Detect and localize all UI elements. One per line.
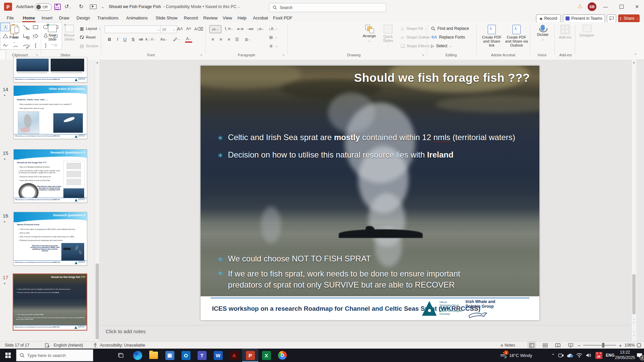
warning-icon[interactable]: ⚠ [578,3,582,9]
tab-slideshow[interactable]: Slide Show [155,13,178,22]
taskbar-word-icon[interactable]: W [210,349,226,362]
taskbar-chrome-icon[interactable] [274,349,290,362]
task-view-button[interactable] [113,349,129,362]
zoom-out-button[interactable]: − [578,342,581,349]
copy-button[interactable]: ⧉⌄ [25,36,35,40]
fit-slide-to-window-button[interactable] [637,342,641,349]
underline-button[interactable]: U [121,36,128,43]
reading-view-button[interactable] [553,342,562,349]
slide-title[interactable]: Should we fish forage fish ??? [354,71,530,84]
replace-fonts-button[interactable]: ⟲A Replace Fonts [431,35,465,40]
slide-sorter-view-button[interactable] [541,342,549,349]
tab-draw[interactable]: Draw [58,13,70,22]
close-button[interactable]: ✕ [629,0,644,13]
dictate-button[interactable]: Dictate⌄ [534,25,551,41]
account-avatar[interactable]: SB [588,2,596,11]
align-right-button[interactable]: ≡ [225,36,232,43]
font-size-combo[interactable]: 18⌄ [160,25,177,33]
title-dropdown-icon[interactable]: ⌄ [237,5,240,8]
normal-view-button[interactable] [527,342,536,349]
change-case-button[interactable]: Aa⌄ [160,36,167,43]
search-input[interactable]: Search [269,3,386,12]
numbering-button[interactable]: ⒈≡⌄ [223,25,233,33]
undo-icon[interactable]: ↺⌄ [64,3,71,10]
shape-fill-button[interactable]: ◇Shape Fill⌄ [400,26,427,31]
increase-indent-button[interactable]: ⇥≡ [247,25,254,33]
addins-button[interactable]: Add-ins [557,25,574,39]
slide-bullet-3[interactable]: ∗ We could choose NOT TO FISH SPRAT [217,254,519,264]
tab-record[interactable]: Record [183,13,199,22]
minimize-button[interactable]: — [598,0,613,13]
slide-counter[interactable]: Slide 17 of 17 [5,342,29,349]
shape-outline-button[interactable]: ▱Shape Outline⌄ [400,35,434,40]
zoom-level[interactable]: 106% [625,342,635,349]
notes-placeholder[interactable]: Click to add notes [106,328,146,334]
text-shadow-button[interactable]: S [129,36,137,43]
zoom-slider-thumb[interactable] [602,343,604,348]
taskbar-photos-icon[interactable]: ▣ [162,349,178,362]
new-slide-button[interactable]: New Slide⌄ [44,25,60,46]
previous-slide-icon[interactable]: ⌃⌃ [632,318,636,325]
taskbar-powerpoint-icon-active[interactable]: P [242,349,258,362]
thumbnail-scrollbar-thumb[interactable] [96,263,99,339]
zoom-slider[interactable] [583,345,616,346]
collapse-ribbon-icon[interactable]: ⌃ [634,53,637,57]
tab-animations[interactable]: Animations [125,13,148,22]
tab-design[interactable]: Design [76,13,91,22]
tab-insert[interactable]: Insert [41,13,53,22]
taskbar-edge-icon[interactable] [129,349,146,362]
shape-left-brace[interactable]: { [31,41,41,50]
next-slide-icon[interactable]: ⌄⌄ [632,330,636,337]
create-pdf-share-link-button[interactable]: Create PDF and Share link [480,25,503,47]
find-replace-button[interactable]: Find and Replace [431,26,469,31]
tab-file[interactable]: File [6,13,14,22]
italic-button[interactable]: I [114,36,121,43]
slide-bullet-1[interactable]: ∗ Celtic and Irish Sea sprat are mostly … [217,133,519,142]
notes-toggle[interactable]: ≣ Notes [500,342,515,349]
main-scrollbar[interactable]: ▲ ⌃⌃ ⌄⌄ [631,60,636,341]
thumbnail-slide-16[interactable]: Research Questions 3 Marine Protected Ar… [13,212,87,265]
slide-canvas[interactable]: Should we fish forage fish ??? ∗ Celtic … [201,66,539,320]
thumbnail-slide-15[interactable]: Research Questions 4 ? Should we fish fo… [13,149,87,203]
autosave-toggle[interactable]: Off [35,3,52,11]
character-spacing-button[interactable]: A↔V⌄ [147,36,154,43]
drawing-dialog-launcher[interactable]: ↘ [422,53,424,56]
tab-foxit[interactable]: Foxit PDF [272,13,293,22]
tab-view[interactable]: View [222,13,233,22]
tab-review[interactable]: Review [203,13,218,22]
restore-button[interactable] [614,0,629,13]
language-indicator[interactable]: English (Ireland) [54,342,83,349]
save-icon[interactable] [54,4,61,10]
tab-acrobat[interactable]: Acrobat [252,13,269,22]
bullets-button[interactable]: ≔⌄ [209,25,221,33]
create-pdf-outlook-button[interactable]: Create PDF and Share via Outlook [504,25,529,47]
clear-formatting-button[interactable]: A⌫ [195,25,202,33]
tab-transitions[interactable]: Transitions [97,13,119,22]
comments-button[interactable] [607,14,616,22]
zoom-in-button[interactable]: + [619,342,622,349]
paste-button[interactable]: Paste⌄ [7,25,21,44]
reset-button[interactable]: 🗘Reset [79,35,96,40]
notes-splitter[interactable] [99,325,631,325]
spell-check-icon[interactable] [45,342,50,349]
arrange-button[interactable]: Arrange⌄ [361,25,378,42]
start-slideshow-icon[interactable] [90,4,97,9]
tab-help[interactable]: Help [237,13,247,22]
present-in-teams-button[interactable]: Present in Teams [563,14,605,22]
select-button[interactable]: ▷ Select⌄ [431,44,452,48]
font-color-button[interactable]: A⌄ [185,36,192,43]
thumbnail-scroll-up-icon[interactable]: ▲ [95,61,100,64]
tray-expand-icon[interactable]: ⌃ [549,349,557,362]
record-button[interactable]: ◉Record [536,14,561,22]
shape-effects-button[interactable]: ❏Shape Effects⌄ [400,44,433,48]
line-spacing-button[interactable]: ↕≡⌄ [257,25,264,33]
taskbar-acrobat-icon[interactable]: A [226,349,242,362]
align-text-button[interactable]: ⊞⌄ [268,35,278,40]
powerpoint-app-icon[interactable]: P [4,3,12,11]
language-tray-indicator[interactable]: ENG [604,349,616,362]
designer-button[interactable]: Designer [578,25,596,37]
meet-now-icon[interactable] [557,349,565,362]
quick-styles-button[interactable]: Quick Styles⌄ [380,25,396,47]
slideshow-view-button[interactable] [566,342,575,349]
taskbar-outlook-icon[interactable]: O [178,349,194,362]
